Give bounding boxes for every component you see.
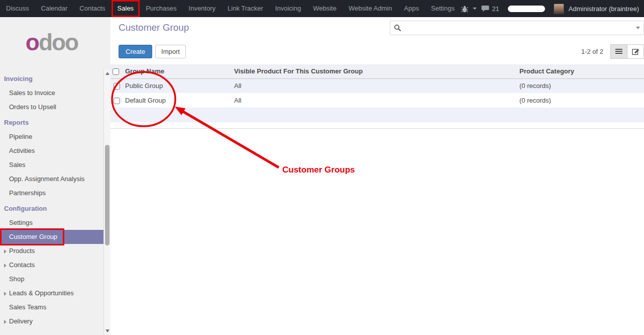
main-content: Customer Group Create Import 1-2 of 2 [111,17,644,335]
sidebar-item-settings[interactable]: Settings [0,216,103,230]
sidebar-item-products[interactable]: Products [0,244,103,258]
form-view-button[interactable] [627,44,644,59]
view-switcher [610,44,644,59]
nav-item-invoicing[interactable]: Invoicing [269,0,307,17]
sidebar-item-label: Contacts [9,261,35,269]
sidebar-item-label: Customer Group [9,233,57,240]
cell-visible-product[interactable]: All [232,78,517,93]
nav-item-purchases[interactable]: Purchases [140,0,182,17]
odoo-logo: odoo [0,17,103,67]
timer-widget [508,6,545,12]
list-bottom-border [111,122,644,129]
sidebar-section-invoicing: Invoicing [0,72,103,86]
customer-group-list: Group Name Visible Product For This Cust… [111,64,644,108]
nav-item-calendar[interactable]: Calendar [35,0,74,17]
search-icon[interactable] [394,24,401,32]
nav-item-link-tracker[interactable]: Link Tracker [222,0,269,17]
sidebar-item-activities[interactable]: Activities [0,144,103,158]
sidebar-item-label: Delivery [9,317,33,325]
control-panel-top: Customer Group [111,17,644,38]
sidebar-section-reports: Reports [0,116,103,130]
sidebar-item-label: Leads & Opportunities [9,289,74,297]
select-all-checkbox[interactable] [113,68,119,75]
create-button[interactable]: Create [119,45,152,58]
page-body: odoo Invoicing Sales to Invoice Orders t… [0,17,644,335]
pager-counter: 1-2 of 2 [581,48,603,55]
list-view-icon [615,48,622,54]
sidebar-item-sales[interactable]: Sales [0,158,103,172]
sidebar-item-opp-assignment-analysis[interactable]: Opp. Assignment Analysis [0,172,103,186]
chevron-down-icon[interactable] [473,8,477,10]
pager-area: 1-2 of 2 [581,44,644,59]
sidebar-item-customer-group[interactable]: Customer Group [0,230,103,244]
cell-product-category[interactable]: (0 records) [517,78,644,93]
column-header-group-name[interactable]: Group Name [123,64,232,78]
user-menu[interactable]: Administrator (braintree) [569,5,639,13]
cell-group-name[interactable]: Default Group [123,93,232,108]
messages-menu[interactable]: 21 [481,5,499,13]
top-nav-menu: Discuss Calendar Contacts Sales Purchase… [0,0,461,17]
sidebar-item-pipeline[interactable]: Pipeline [0,130,103,144]
sidebar-item-contacts[interactable]: Contacts [0,258,103,272]
sidebar-item-shop[interactable]: Shop [0,272,103,286]
sidebar-item-partnerships[interactable]: Partnerships [0,186,103,200]
sidebar-section-configuration: Configuration [0,202,103,216]
column-header-visible-product[interactable]: Visible Product For This Customer Group [232,64,517,78]
sidebar-item-leads-opportunities[interactable]: Leads & Opportunities [0,286,103,300]
row-checkbox[interactable] [114,98,120,104]
nav-item-website[interactable]: Website [307,0,343,17]
column-header-product-category[interactable]: Product Category [517,64,644,78]
empty-list-row [111,108,644,122]
search-view[interactable] [390,21,644,35]
sidebar-menu: Invoicing Sales to Invoice Orders to Ups… [0,67,103,328]
cell-visible-product[interactable]: All [232,93,517,108]
avatar[interactable] [554,4,564,14]
table-row[interactable]: Public Group All (0 records) [111,78,644,93]
sidebar-item-label: Products [9,247,35,255]
page-title: Customer Group [119,22,189,33]
expand-arrow-icon [4,249,7,254]
sidebar-item-sales-to-invoice[interactable]: Sales to Invoice [0,86,103,100]
scrollbar-up-icon[interactable] [105,72,110,75]
chat-bubble-icon [481,5,490,13]
form-view-icon [632,48,639,55]
search-input[interactable] [401,24,636,32]
nav-item-discuss[interactable]: Discuss [0,0,35,17]
nav-item-sales[interactable]: Sales [112,0,140,17]
scrollbar-thumb[interactable] [105,145,110,245]
nav-item-website-admin[interactable]: Website Admin [343,0,398,17]
row-checkbox[interactable] [114,83,120,90]
list-view-button[interactable] [610,44,627,59]
nav-item-settings[interactable]: Settings [425,0,461,17]
expand-arrow-icon [4,292,7,296]
import-button[interactable]: Import [155,45,186,58]
table-row[interactable]: Default Group All (0 records) [111,93,644,108]
expand-arrow-icon [4,264,7,268]
sidebar: odoo Invoicing Sales to Invoice Orders t… [0,17,111,335]
bug-icon[interactable] [461,5,468,13]
sidebar-scrollbar[interactable] [103,69,111,335]
search-filters-chevron-down-icon[interactable] [636,27,640,29]
logo-letters: doo [39,29,78,56]
nav-item-apps[interactable]: Apps [398,0,425,17]
top-navigation: Discuss Calendar Contacts Sales Purchase… [0,0,644,17]
nav-item-contacts[interactable]: Contacts [73,0,111,17]
expand-arrow-icon [4,320,7,324]
cell-group-name[interactable]: Public Group [123,78,232,93]
sidebar-item-sales-teams[interactable]: Sales Teams [0,300,103,314]
top-nav-systray: 21 Administrator (braintree) [461,0,644,17]
list-header-row: Group Name Visible Product For This Cust… [111,64,644,78]
nav-item-inventory[interactable]: Inventory [183,0,222,17]
cell-product-category[interactable]: (0 records) [517,93,644,108]
control-panel-buttons: Create Import 1-2 of 2 [111,38,644,64]
sidebar-item-delivery[interactable]: Delivery [0,314,103,328]
sidebar-item-orders-to-upsell[interactable]: Orders to Upsell [0,100,103,114]
logo-letter: o [26,29,39,56]
message-count-badge: 21 [492,5,499,13]
scrollbar-down-icon[interactable] [105,329,110,332]
